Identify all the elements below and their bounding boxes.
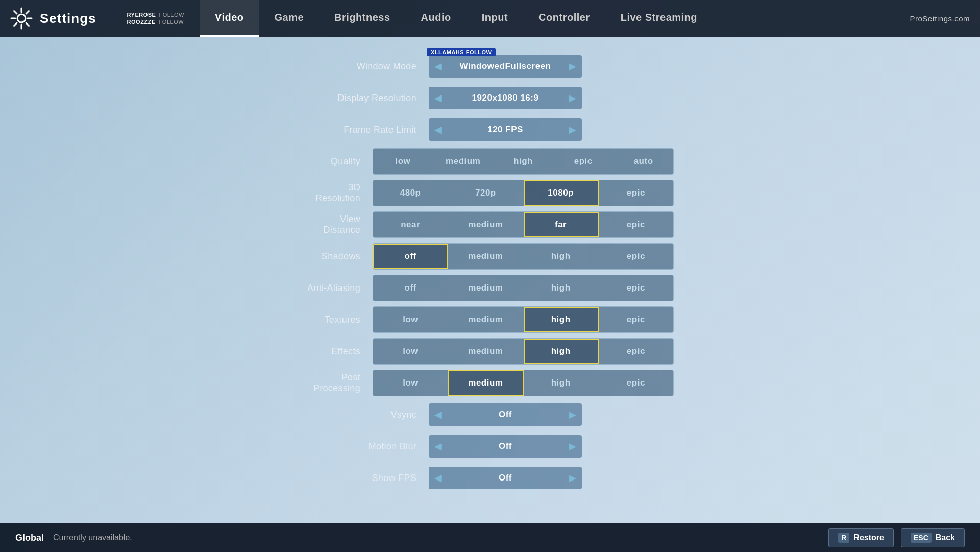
frame-rate-left-arrow[interactable]: ◀ (429, 118, 447, 141)
post-processing-control: low medium high epic (373, 370, 674, 396)
quality-label: Quality (306, 156, 373, 167)
show-fps-value: Off (447, 473, 564, 483)
quality-control: low medium high epic auto (373, 148, 674, 175)
show-fps-selector[interactable]: ◀ Off ▶ (429, 467, 582, 489)
pp-high-btn[interactable]: high (524, 370, 599, 396)
eff-high-btn[interactable]: high (524, 339, 599, 364)
quality-btn-group: low medium high epic auto (373, 148, 674, 175)
res-1080p-btn[interactable]: 1080p (524, 180, 599, 206)
view-distance-label: View Distance (306, 214, 373, 235)
textures-btn-group: low medium high epic (373, 306, 674, 333)
tab-video[interactable]: Video (200, 0, 259, 37)
frame-rate-control: ◀ 120 FPS ▶ (429, 118, 674, 141)
quality-auto-btn[interactable]: auto (614, 149, 673, 174)
pp-epic-btn[interactable]: epic (599, 370, 673, 396)
motion-blur-right-arrow[interactable]: ▶ (564, 435, 582, 458)
eff-medium-btn[interactable]: medium (448, 339, 523, 364)
tab-live-streaming[interactable]: Live Streaming (605, 0, 713, 37)
show-fps-right-arrow[interactable]: ▶ (564, 467, 582, 489)
vd-medium-btn[interactable]: medium (448, 212, 523, 237)
motion-blur-left-arrow[interactable]: ◀ (429, 435, 447, 458)
3d-resolution-label: 3D Resolution (306, 182, 373, 204)
shadows-control: off medium high epic (373, 243, 674, 270)
global-label: Global (15, 533, 44, 543)
motion-blur-control: ◀ Off ▶ (429, 435, 674, 458)
anti-aliasing-btn-group: off medium high epic (373, 275, 674, 301)
tab-input[interactable]: Input (467, 0, 523, 37)
prosettings-badge: ProSettings.com (910, 14, 970, 23)
anti-aliasing-label: Anti-Aliasing (306, 283, 373, 294)
tex-low-btn[interactable]: low (373, 307, 448, 332)
display-resolution-control: ◀ 1920x1080 16:9 ▶ (429, 87, 674, 109)
follow-badge-1-name: RYEROSE (127, 12, 156, 18)
window-mode-right-arrow[interactable]: ▶ (564, 55, 582, 78)
restore-button[interactable]: R Restore (828, 528, 894, 547)
svg-line-8 (14, 23, 17, 26)
shadows-high-btn[interactable]: high (524, 244, 599, 269)
effects-control: low medium high epic (373, 338, 674, 365)
shadows-medium-btn[interactable]: medium (448, 244, 523, 269)
vsync-control: ◀ Off ▶ (429, 403, 674, 426)
motion-blur-row: Motion Blur ◀ Off ▶ (306, 432, 674, 461)
shadows-off-btn[interactable]: off (373, 244, 448, 269)
follow-badge-1[interactable]: RYEROSE FOLLOW (127, 12, 184, 18)
quality-high-btn[interactable]: high (494, 149, 554, 174)
res-epic-btn[interactable]: epic (599, 180, 673, 206)
tex-epic-btn[interactable]: epic (599, 307, 673, 332)
frame-rate-right-arrow[interactable]: ▶ (564, 118, 582, 141)
tab-controller[interactable]: Controller (523, 0, 605, 37)
vsync-selector[interactable]: ◀ Off ▶ (429, 403, 582, 426)
vd-near-btn[interactable]: near (373, 212, 448, 237)
back-key: ESC (911, 533, 932, 543)
aa-off-btn[interactable]: off (373, 275, 448, 301)
vsync-right-arrow[interactable]: ▶ (564, 403, 582, 426)
vd-epic-btn[interactable]: epic (599, 212, 673, 237)
eff-epic-btn[interactable]: epic (599, 339, 673, 364)
show-fps-row: Show FPS ◀ Off ▶ (306, 464, 674, 492)
post-processing-label: Post Processing (306, 372, 373, 394)
resolution-value: 1920x1080 16:9 (447, 93, 564, 103)
bottom-bar: Global Currently unavailable. R Restore … (0, 523, 980, 552)
aa-high-btn[interactable]: high (524, 275, 599, 301)
quality-low-btn[interactable]: low (373, 149, 433, 174)
window-mode-label: Window Mode (306, 61, 429, 72)
restore-key: R (838, 533, 849, 543)
textures-control: low medium high epic (373, 306, 674, 333)
view-distance-row: View Distance near medium far epic (306, 210, 674, 239)
view-distance-btn-group: near medium far epic (373, 211, 674, 238)
show-fps-left-arrow[interactable]: ◀ (429, 467, 447, 489)
tab-game[interactable]: Game (259, 0, 320, 37)
vsync-left-arrow[interactable]: ◀ (429, 403, 447, 426)
window-mode-control: XLLAMAHS FOLLOW ◀ WindowedFullscreen ▶ (429, 55, 674, 78)
resolution-right-arrow[interactable]: ▶ (564, 87, 582, 109)
back-button[interactable]: ESC Back (901, 528, 965, 547)
window-mode-selector[interactable]: ◀ WindowedFullscreen ▶ (429, 55, 582, 78)
pp-medium-btn[interactable]: medium (448, 370, 523, 396)
tab-audio[interactable]: Audio (406, 0, 467, 37)
resolution-left-arrow[interactable]: ◀ (429, 87, 447, 109)
motion-blur-value: Off (447, 441, 564, 451)
aa-epic-btn[interactable]: epic (599, 275, 673, 301)
aa-medium-btn[interactable]: medium (448, 275, 523, 301)
eff-low-btn[interactable]: low (373, 339, 448, 364)
follow-badge-2[interactable]: ROOZZZE FOLLOW (127, 19, 184, 25)
window-mode-left-arrow[interactable]: ◀ (429, 55, 447, 78)
motion-blur-selector[interactable]: ◀ Off ▶ (429, 435, 582, 458)
shadows-btn-group: off medium high epic (373, 243, 674, 270)
tex-high-btn[interactable]: high (524, 307, 599, 332)
vd-far-btn[interactable]: far (524, 212, 599, 237)
quality-epic-btn[interactable]: epic (553, 149, 614, 174)
pp-low-btn[interactable]: low (373, 370, 448, 396)
shadows-epic-btn[interactable]: epic (599, 244, 673, 269)
tab-brightness[interactable]: Brightness (319, 0, 405, 37)
quality-medium-btn[interactable]: medium (433, 149, 494, 174)
3d-resolution-btn-group: 480p 720p 1080p epic (373, 180, 674, 206)
effects-btn-group: low medium high epic (373, 338, 674, 365)
frame-rate-selector[interactable]: ◀ 120 FPS ▶ (429, 118, 582, 141)
shadows-row: Shadows off medium high epic (306, 242, 674, 271)
main-content: Window Mode XLLAMAHS FOLLOW ◀ WindowedFu… (0, 37, 980, 523)
res-480p-btn[interactable]: 480p (373, 180, 448, 206)
res-720p-btn[interactable]: 720p (448, 180, 523, 206)
display-resolution-selector[interactable]: ◀ 1920x1080 16:9 ▶ (429, 87, 582, 109)
tex-medium-btn[interactable]: medium (448, 307, 523, 332)
